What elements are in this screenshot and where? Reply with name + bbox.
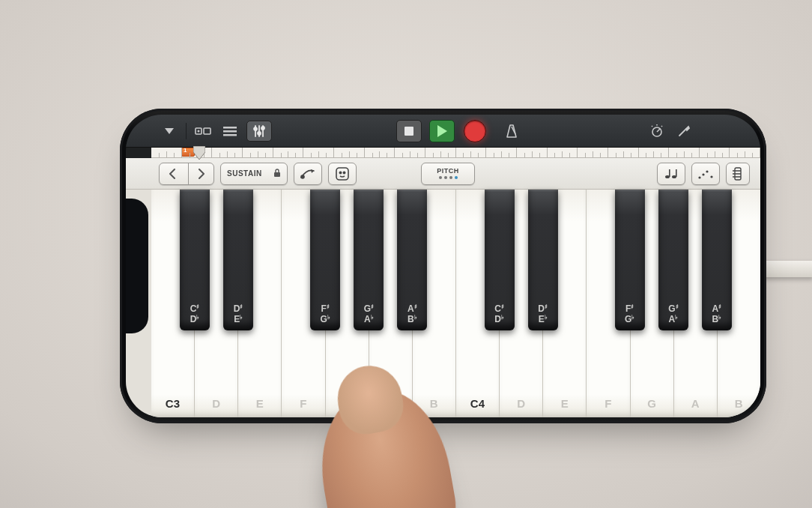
master-volume-button[interactable]: [646, 121, 667, 142]
black-key-Asharp[interactable]: A♯B♭: [397, 190, 427, 330]
svg-rect-29: [669, 169, 670, 177]
black-key-label: G♯A♭: [364, 304, 374, 325]
svg-marker-0: [165, 128, 174, 134]
svg-marker-21: [193, 146, 205, 160]
piano-keyboard: C3DEFGABC4DEFGAB C♯D♭D♯E♭F♯G♭G♯A♭A♯B♭C♯D…: [126, 190, 760, 417]
black-key-Fsharp[interactable]: F♯G♭: [615, 190, 645, 330]
svg-point-11: [258, 132, 261, 135]
white-key-label: D: [500, 397, 542, 410]
metronome-button[interactable]: [501, 121, 522, 142]
stop-button[interactable]: [396, 120, 422, 142]
svg-point-12: [261, 127, 264, 130]
white-key-label: E: [543, 397, 586, 410]
black-key-label: F♯G♭: [625, 304, 634, 325]
top-toolbar: [126, 115, 760, 148]
lock-icon: [273, 169, 281, 179]
black-key-label: D♯E♭: [234, 304, 243, 325]
play-button[interactable]: [429, 120, 455, 142]
white-key-label: E: [238, 397, 281, 410]
svg-marker-14: [437, 125, 447, 137]
svg-point-3: [198, 130, 200, 132]
octave-navigator: [159, 163, 214, 185]
svg-point-24: [301, 175, 304, 178]
phone-body: 1 SUSTAIN: [120, 109, 766, 423]
black-key-Gsharp[interactable]: G♯A♭: [658, 190, 688, 330]
black-key-Gsharp[interactable]: G♯A♭: [354, 190, 384, 330]
browser-dropdown-button[interactable]: [159, 121, 180, 142]
record-button[interactable]: [462, 120, 488, 142]
svg-line-19: [661, 126, 662, 127]
black-key-label: A♯B♭: [712, 304, 722, 325]
black-key-Csharp[interactable]: C♯D♭: [180, 190, 210, 330]
black-key-Csharp[interactable]: C♯D♭: [485, 190, 515, 330]
black-key-label: A♯B♭: [407, 304, 417, 325]
screen: 1 SUSTAIN: [126, 115, 760, 417]
white-key-label: F: [282, 397, 324, 410]
svg-point-33: [702, 173, 704, 175]
white-key-label: C3: [151, 397, 194, 410]
pitch-label: PITCH: [437, 168, 459, 175]
svg-rect-2: [204, 128, 210, 134]
playhead[interactable]: [193, 146, 205, 160]
sustain-label: SUSTAIN: [227, 169, 262, 178]
white-key-label: D: [195, 397, 237, 410]
arpeggiator-button[interactable]: [691, 163, 720, 185]
glissando-button[interactable]: [294, 163, 322, 185]
black-key-label: C♯D♭: [190, 304, 200, 325]
white-key-label: F: [587, 397, 629, 410]
octave-up-button[interactable]: [188, 163, 213, 184]
tracks-view-button[interactable]: [193, 121, 213, 142]
keyboard-options-bar: SUSTAIN PITCH: [126, 158, 760, 190]
svg-point-27: [343, 172, 345, 173]
svg-rect-31: [676, 169, 677, 177]
black-key-Dsharp[interactable]: D♯E♭: [223, 190, 253, 330]
svg-rect-6: [223, 134, 237, 136]
sustain-button[interactable]: SUSTAIN: [220, 163, 288, 185]
white-key-label: B: [718, 397, 760, 410]
toolbar-separator: [186, 123, 187, 139]
key-width-button[interactable]: [726, 163, 750, 185]
settings-button[interactable]: [673, 121, 694, 142]
black-key-label: G♯A♭: [668, 304, 678, 325]
transport-controls: [396, 120, 488, 142]
svg-rect-13: [405, 127, 413, 136]
svg-line-18: [652, 126, 652, 127]
black-key-Asharp[interactable]: A♯B♭: [702, 190, 732, 330]
notch: [126, 199, 148, 333]
pitch-mode-button[interactable]: PITCH: [421, 163, 475, 185]
svg-point-10: [254, 127, 257, 130]
list-view-button[interactable]: [219, 121, 240, 142]
white-key-label: A: [674, 397, 717, 410]
lightning-cable: [761, 261, 812, 277]
svg-rect-25: [336, 168, 348, 180]
white-key-label: G: [631, 397, 673, 410]
octave-down-button[interactable]: [160, 163, 185, 184]
face-control-button[interactable]: [328, 163, 357, 185]
svg-point-26: [339, 172, 341, 173]
white-key-label: C4: [456, 397, 499, 410]
black-key-label: D♯E♭: [538, 304, 548, 325]
black-keys-row: C♯D♭D♯E♭F♯G♭G♯A♭A♯B♭C♯D♭D♯E♭F♯G♭G♯A♭A♯B♭: [151, 190, 760, 330]
svg-point-34: [706, 170, 708, 172]
black-key-Dsharp[interactable]: D♯E♭: [528, 190, 558, 330]
black-key-label: C♯D♭: [494, 304, 504, 325]
svg-point-32: [698, 176, 700, 178]
svg-point-35: [710, 175, 712, 178]
quantize-notes-button[interactable]: [657, 163, 685, 185]
timeline-ruler[interactable]: 1: [151, 148, 760, 158]
svg-rect-22: [274, 172, 280, 177]
svg-line-17: [657, 129, 660, 132]
black-key-Fsharp[interactable]: F♯G♭: [310, 190, 340, 330]
black-key-label: F♯G♭: [321, 304, 330, 325]
svg-rect-5: [223, 130, 237, 133]
mixer-button[interactable]: [246, 121, 272, 142]
svg-rect-4: [223, 127, 237, 129]
pitch-page-dots: [439, 176, 458, 179]
